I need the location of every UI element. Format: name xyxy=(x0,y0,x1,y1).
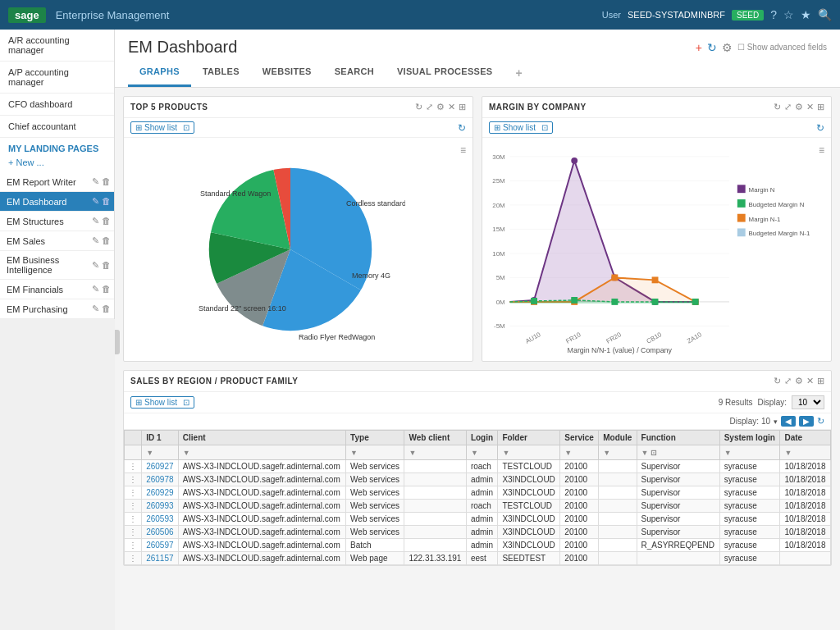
tab-websites[interactable]: WEBSITES xyxy=(251,62,323,87)
col-header-id[interactable]: ID 1 xyxy=(142,431,179,445)
star-icon[interactable]: ☆ xyxy=(783,8,794,21)
refresh-top5-icon[interactable]: ↻ xyxy=(458,122,466,134)
filter-webclient[interactable]: ▼ xyxy=(404,445,466,460)
col-header-client[interactable]: Client xyxy=(178,431,345,445)
grid-table-icon[interactable]: ⊞ xyxy=(817,376,824,386)
tab-add[interactable]: + xyxy=(504,62,533,87)
sidebar-item-ap[interactable]: A/P accounting manager xyxy=(0,62,114,94)
col-header-service[interactable]: Service xyxy=(560,431,599,445)
filter-folder[interactable]: ▼ xyxy=(498,445,560,460)
help-icon[interactable]: ? xyxy=(770,8,777,21)
delete-icon[interactable]: 🗑 xyxy=(102,304,111,314)
sidebar-item-financials[interactable]: EM Financials ✎ 🗑 xyxy=(0,280,114,299)
tab-tables[interactable]: TABLES xyxy=(191,62,251,87)
col-header-folder[interactable]: Folder xyxy=(498,431,560,445)
filter-function[interactable]: ▼ ⊡ xyxy=(637,445,719,460)
filter-id[interactable]: ▼ xyxy=(142,445,179,460)
settings-chart-icon[interactable]: ⚙ xyxy=(436,102,445,112)
sidebar-item-sales[interactable]: EM Sales ✎ 🗑 xyxy=(0,231,114,251)
edit-icon[interactable]: ✎ xyxy=(92,176,99,187)
tab-graphs[interactable]: GRAPHS xyxy=(128,62,191,87)
sidebar-collapse-handle[interactable] xyxy=(115,330,120,354)
edit-icon[interactable]: ✎ xyxy=(92,216,99,226)
id-link[interactable]: 260506 xyxy=(146,527,173,536)
prev-page-btn[interactable]: ◀ xyxy=(781,416,796,427)
expand-margin-icon[interactable]: ⤢ xyxy=(784,102,792,112)
id-link[interactable]: 261157 xyxy=(146,554,173,563)
sidebar-item-chief[interactable]: Chief accountant xyxy=(0,116,114,138)
row-handle[interactable]: ⋮ xyxy=(125,460,142,473)
col-header-syslogin[interactable]: System login xyxy=(719,431,780,445)
search-icon[interactable]: 🔍 xyxy=(818,8,832,21)
filter-service[interactable]: ▼ xyxy=(560,445,599,460)
delete-table-icon[interactable]: ✕ xyxy=(806,376,814,386)
sidebar-item-ar[interactable]: A/R accounting manager xyxy=(0,30,114,62)
filter-module[interactable]: ▼ xyxy=(599,445,637,460)
delete-margin-icon[interactable]: ✕ xyxy=(806,102,814,112)
filter-type[interactable]: ▼ xyxy=(346,445,404,460)
delete-icon[interactable]: 🗑 xyxy=(102,284,111,294)
id-link[interactable]: 260993 xyxy=(146,501,173,510)
sidebar-item-dashboard[interactable]: EM Dashboard ✎ 🗑 xyxy=(0,192,114,212)
new-landing-link[interactable]: + New ... xyxy=(0,156,114,172)
delete-chart-icon[interactable]: ✕ xyxy=(448,102,455,112)
show-list-btn-table[interactable]: ⊞ Show list ⊡ xyxy=(130,396,194,409)
col-header-login[interactable]: Login xyxy=(466,431,498,445)
export-margin-icon[interactable]: ⊡ xyxy=(541,123,548,132)
col-header-module[interactable]: Module xyxy=(599,431,637,445)
refresh-table-btn[interactable]: ↻ xyxy=(817,416,824,427)
edit-icon[interactable]: ✎ xyxy=(92,260,99,271)
filter-client[interactable]: ▼ xyxy=(178,445,345,460)
filter-date[interactable]: ▼ xyxy=(780,445,831,460)
show-list-btn-top5[interactable]: ⊞ Show list ⊡ xyxy=(130,121,194,134)
row-handle[interactable]: ⋮ xyxy=(125,552,142,565)
col-header-webclient[interactable]: Web client xyxy=(404,431,466,445)
edit-icon[interactable]: ✎ xyxy=(92,235,99,246)
edit-icon[interactable]: ✎ xyxy=(92,304,99,314)
edit-icon[interactable]: ✎ xyxy=(92,284,99,294)
col-header-date[interactable]: Date xyxy=(780,431,831,445)
show-list-btn-margin[interactable]: ⊞ Show list ⊡ xyxy=(489,121,553,134)
delete-icon[interactable]: 🗑 xyxy=(102,216,111,226)
row-handle[interactable]: ⋮ xyxy=(125,486,142,500)
edit-icon[interactable]: ✎ xyxy=(92,196,99,207)
sidebar-item-structures[interactable]: EM Structures ✎ 🗑 xyxy=(0,212,114,231)
row-handle[interactable]: ⋮ xyxy=(125,539,142,552)
settings-table-icon[interactable]: ⚙ xyxy=(795,376,803,386)
delete-icon[interactable]: 🗑 xyxy=(102,260,111,271)
refresh-chart-icon[interactable]: ↻ xyxy=(415,102,422,112)
refresh-margin-btn[interactable]: ↻ xyxy=(816,122,824,134)
row-handle[interactable]: ⋮ xyxy=(125,526,142,539)
refresh-margin-icon[interactable]: ↻ xyxy=(774,102,781,112)
sidebar-item-purchasing[interactable]: EM Purchasing ✎ 🗑 xyxy=(0,299,114,319)
col-header-type[interactable]: Type xyxy=(346,431,404,445)
delete-icon[interactable]: 🗑 xyxy=(102,196,111,207)
export-icon[interactable]: ⊡ xyxy=(183,123,189,132)
row-handle[interactable]: ⋮ xyxy=(125,500,142,513)
next-page-btn[interactable]: ▶ xyxy=(799,416,814,427)
add-widget-icon[interactable]: + xyxy=(696,41,702,54)
id-link[interactable]: 260597 xyxy=(146,541,173,550)
grid-margin-icon[interactable]: ⊞ xyxy=(817,102,824,112)
id-link[interactable]: 260593 xyxy=(146,514,173,523)
show-advanced-link[interactable]: ☐ Show advanced fields xyxy=(737,43,827,52)
tab-search[interactable]: SEARCH xyxy=(323,62,386,87)
sidebar-item-cfo[interactable]: CFO dashboard xyxy=(0,94,114,116)
col-header-function[interactable]: Function xyxy=(637,431,719,445)
delete-icon[interactable]: 🗑 xyxy=(102,235,111,246)
expand-table-icon[interactable]: ⤢ xyxy=(784,376,792,386)
id-link[interactable]: 260978 xyxy=(146,475,173,484)
row-handle[interactable]: ⋮ xyxy=(125,473,142,486)
refresh-table-icon[interactable]: ↻ xyxy=(774,376,781,386)
delete-icon[interactable]: 🗑 xyxy=(102,176,111,187)
filter-login[interactable]: ▼ xyxy=(466,445,498,460)
filter-syslogin[interactable]: ▼ xyxy=(719,445,780,460)
row-handle[interactable]: ⋮ xyxy=(125,513,142,526)
expand-icon[interactable]: ⤢ xyxy=(426,102,433,112)
display-select[interactable]: 10 25 50 xyxy=(792,395,824,409)
grid-icon[interactable]: ⊞ xyxy=(459,102,466,112)
export-table-icon[interactable]: ⊡ xyxy=(183,398,189,407)
display-dropdown-icon[interactable]: ▾ xyxy=(774,418,778,426)
sidebar-item-report-writer[interactable]: EM Report Writer ✎ 🗑 xyxy=(0,172,114,192)
star-filled-icon[interactable]: ★ xyxy=(801,8,811,21)
